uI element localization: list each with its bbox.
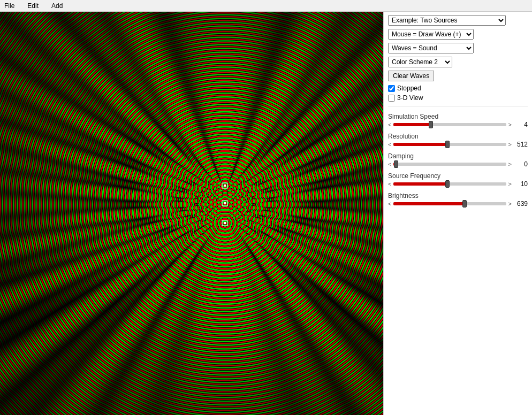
edit-menu[interactable]: Edit	[25, 1, 41, 11]
damping-inc[interactable]: >	[508, 161, 512, 167]
simulation-speed-dec[interactable]: <	[388, 121, 391, 128]
simulation-speed-value: 4	[513, 121, 528, 128]
brightness-label: Brightness	[388, 192, 528, 199]
stopped-checkbox[interactable]	[388, 85, 395, 92]
threed-label: 3-D View	[397, 94, 423, 102]
damping-track[interactable]	[393, 163, 506, 166]
add-menu[interactable]: Add	[49, 1, 65, 11]
simulation-speed-fill	[393, 123, 430, 126]
stopped-row: Stopped	[388, 84, 528, 92]
resolution-track[interactable]	[393, 143, 506, 146]
damping-section: Damping < > 0	[388, 152, 528, 168]
mouse-select[interactable]: Mouse = Draw Wave (+) Mouse = Move Sourc…	[388, 29, 474, 40]
source-frequency-track[interactable]	[393, 182, 506, 186]
example-select[interactable]: Example: Two Sources Example: Single Sou…	[388, 15, 506, 26]
damping-row: < > 0	[388, 160, 528, 168]
resolution-dec[interactable]: <	[388, 141, 391, 148]
source-frequency-value: 10	[513, 180, 528, 188]
source-frequency-thumb[interactable]	[445, 180, 450, 188]
damping-thumb[interactable]	[394, 160, 398, 168]
brightness-inc[interactable]: >	[508, 201, 512, 207]
wave-canvas[interactable]	[0, 12, 383, 415]
source-frequency-fill	[393, 182, 447, 186]
clear-row: Clear Waves	[388, 71, 528, 81]
threed-row: 3-D View	[388, 94, 528, 102]
damping-value: 0	[513, 160, 528, 168]
resolution-value: 512	[513, 141, 528, 148]
brightness-track[interactable]	[393, 202, 506, 205]
simulation-speed-track[interactable]	[393, 123, 506, 126]
brightness-fill	[393, 202, 464, 205]
example-row: Example: Two Sources Example: Single Sou…	[388, 15, 528, 26]
simulation-speed-section: Simulation Speed < > 4	[388, 113, 528, 128]
color-row: Color Scheme 2 Color Scheme 1 Color Sche…	[388, 57, 528, 67]
divider-1	[388, 106, 528, 106]
damping-dec[interactable]: <	[388, 161, 391, 167]
source-frequency-row: < > 10	[388, 180, 528, 188]
brightness-row: < > 639	[388, 200, 528, 208]
stopped-label: Stopped	[397, 84, 421, 92]
resolution-label: Resolution	[388, 133, 528, 140]
brightness-thumb[interactable]	[462, 200, 467, 208]
brightness-dec[interactable]: <	[388, 201, 391, 207]
file-menu[interactable]: File	[2, 1, 17, 11]
source-frequency-dec[interactable]: <	[388, 181, 391, 187]
controls-panel: Example: Two Sources Example: Single Sou…	[383, 12, 532, 415]
resolution-inc[interactable]: >	[508, 141, 512, 148]
simulation-speed-thumb[interactable]	[429, 121, 433, 128]
simulation-speed-label: Simulation Speed	[388, 113, 528, 120]
source-frequency-label: Source Frequency	[388, 172, 528, 180]
source-frequency-inc[interactable]: >	[508, 181, 512, 187]
damping-label: Damping	[388, 152, 528, 160]
color-select[interactable]: Color Scheme 2 Color Scheme 1 Color Sche…	[388, 57, 452, 67]
waves-select[interactable]: Waves = Sound Waves = Water Waves = Ligh…	[388, 43, 474, 53]
resolution-thumb[interactable]	[445, 141, 450, 148]
mouse-row: Mouse = Draw Wave (+) Mouse = Move Sourc…	[388, 29, 528, 40]
simulation-speed-row: < > 4	[388, 121, 528, 128]
brightness-value: 639	[513, 200, 528, 208]
resolution-fill	[393, 143, 447, 146]
clear-waves-button[interactable]: Clear Waves	[388, 71, 434, 81]
brightness-section: Brightness < > 639	[388, 192, 528, 208]
simulation-speed-inc[interactable]: >	[508, 121, 512, 128]
menubar: File Edit Add	[0, 0, 532, 12]
waves-row: Waves = Sound Waves = Water Waves = Ligh…	[388, 43, 528, 53]
canvas-area[interactable]	[0, 12, 383, 415]
source-frequency-section: Source Frequency < > 10	[388, 172, 528, 188]
threed-checkbox[interactable]	[388, 95, 395, 102]
resolution-section: Resolution < > 512	[388, 133, 528, 148]
main-layout: Example: Two Sources Example: Single Sou…	[0, 12, 532, 415]
resolution-row: < > 512	[388, 141, 528, 148]
